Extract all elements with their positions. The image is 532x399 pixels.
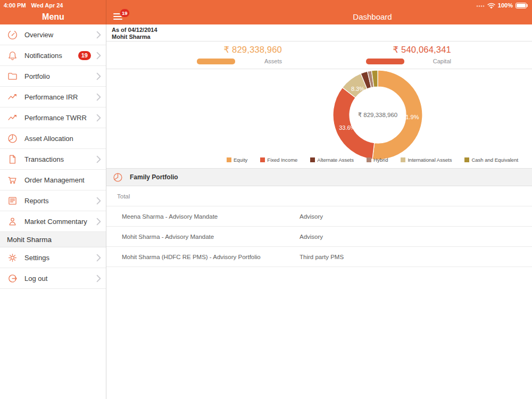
legend-label: Fixed Income [267,157,297,163]
assets-label: Assets [264,58,282,64]
chevron-right-icon [94,52,102,60]
family-portfolio-header: Family Portfolio [106,168,532,186]
legend-label: Equity [234,157,247,163]
capital-metric[interactable]: ₹ 540,064,341 Capital [366,45,451,67]
total-label: Total [117,193,130,200]
sidebar-item-label: Portfolio [24,72,94,80]
metrics-row: ₹ 829,338,960 Assets ₹ 540,064,341 Capit… [106,41,532,69]
topbar-divider [106,0,106,24]
legend-label: Cash and Equivalent [471,157,518,163]
sidebar-item-settings[interactable]: Settings [0,247,106,268]
legend-label: Hybrid [373,157,388,163]
family-portfolio-list: Meena Sharma - Advisory MandateAdvisoryM… [106,206,532,267]
trend-up-icon [6,91,18,103]
allocation-chart-section: 51.9%33.6%8.3% ₹ 829,338,960 EquityFixed… [106,69,532,168]
status-date: Wed Apr 24 [31,2,63,9]
chevron-right-icon [94,218,102,226]
legend-label: International Assets [408,157,452,163]
legend-swatch [464,157,469,162]
capital-value: ₹ 540,064,341 [366,45,451,55]
portfolio-name: Mohit Sharma - Advisory Mandate [122,234,300,240]
sidebar-item-performance-irr[interactable]: Performance IRR [0,87,106,107]
sidebar-item-performance-twrr[interactable]: Performance TWRR [0,107,106,128]
sidebar-item-transactions[interactable]: Transactions [0,149,106,170]
donut-center-value: ₹ 829,338,960 [358,112,397,118]
slice-percent-label: 33.6% [339,124,355,131]
assets-value: ₹ 829,338,960 [197,45,282,55]
portfolio-row[interactable]: Meena Sharma - Advisory MandateAdvisory [106,206,532,227]
legend-swatch [260,157,265,162]
legend-item: Hybrid [367,157,388,163]
chevron-right-icon [94,197,102,205]
sidebar-item-label: Reports [24,197,94,205]
chart-legend: EquityFixed IncomeAlternate AssetsHybrid… [213,157,532,163]
sidebar-item-label: Transactions [24,155,94,163]
folder-icon [6,70,18,82]
sidebar-item-log-out[interactable]: Log out [0,268,106,289]
family-portfolio-title: Family Portfolio [130,173,178,181]
sidebar-title: Menu [0,11,106,24]
pie-icon [112,171,123,183]
portfolio-type: Third party PMS [300,254,344,260]
main-content: As of 04/12/2014 Mohit Sharma ₹ 829,338,… [106,24,532,399]
as-of-user: Mohit Sharma [112,34,532,40]
reports-icon [6,195,18,206]
sidebar-menu: OverviewNotifications19PortfolioPerforma… [0,24,106,399]
sidebar-item-asset-allocation[interactable]: Asset Allocation [0,128,106,149]
wifi-icon [487,3,495,9]
gauge-icon [6,29,18,40]
page-title: Dashboard [353,12,392,21]
portfolio-row[interactable]: Mohit Sharma (HDFC RE PMS) - Advisory Po… [106,247,532,267]
chevron-right-icon [94,72,102,80]
allocation-donut-chart[interactable]: 51.9%33.6%8.3% ₹ 829,338,960 [330,67,426,163]
legend-label: Alternate Assets [317,157,354,163]
trend-up-icon [6,112,18,123]
status-time: 4:00 PM [4,2,26,9]
sidebar-item-label: Notifications [24,52,78,60]
hamburger-menu-button[interactable]: 19 [113,13,122,21]
notification-count-badge: 19 [120,9,130,18]
legend-item: International Assets [401,157,452,163]
chevron-right-icon [94,31,102,39]
legend-item: Fixed Income [260,157,297,163]
legend-swatch [310,157,315,162]
sidebar-item-market-commentary[interactable]: Market Commentary [0,211,106,232]
chevron-right-icon [94,275,102,282]
sidebar-item-label: Performance IRR [24,93,94,101]
chevron-right-icon [94,254,102,262]
sidebar-item-portfolio[interactable]: Portfolio [0,66,106,87]
assets-metric[interactable]: ₹ 829,338,960 Assets [197,45,282,67]
chevron-right-icon [94,114,102,122]
pie-icon [6,132,18,144]
document-icon [6,153,18,165]
legend-item: Cash and Equivalent [464,157,518,163]
portfolio-row[interactable]: Mohit Sharma - Advisory MandateAdvisory [106,227,532,247]
donut-slice-fixed-income[interactable] [333,88,375,160]
app-screen: 4:00 PM Wed Apr 24 100% [0,0,532,399]
cellular-signal-icon [476,3,485,7]
sidebar-item-order-management[interactable]: Order Management [0,170,106,190]
slice-percent-label: 51.9% [402,114,419,120]
bell-icon [6,49,18,61]
slice-percent-label: 8.3% [351,86,364,92]
sidebar-item-label: Performance TWRR [24,114,94,122]
cart-icon [6,174,18,186]
sidebar-item-label: Log out [24,275,94,282]
capital-bar [366,59,404,64]
legend-swatch [401,157,405,162]
nav-bar: Menu 19 Dashboard [0,11,532,24]
portfolio-name: Mohit Sharma (HDFC RE PMS) - Advisory Po… [122,254,300,260]
legend-swatch [227,157,231,162]
battery-percent: 100% [498,2,513,9]
sidebar-item-overview[interactable]: Overview [0,24,106,45]
assets-bar [197,59,235,64]
capital-label: Capital [433,58,451,64]
sidebar-item-label: Asset Allocation [24,135,94,143]
status-bar: 4:00 PM Wed Apr 24 100% [0,0,532,11]
sidebar-item-notifications[interactable]: Notifications19 [0,45,106,66]
battery-icon [516,3,528,9]
sidebar-item-reports[interactable]: Reports [0,190,106,211]
sidebar-item-label: Overview [24,31,94,39]
person-icon [6,215,18,227]
chevron-right-icon [94,93,102,101]
